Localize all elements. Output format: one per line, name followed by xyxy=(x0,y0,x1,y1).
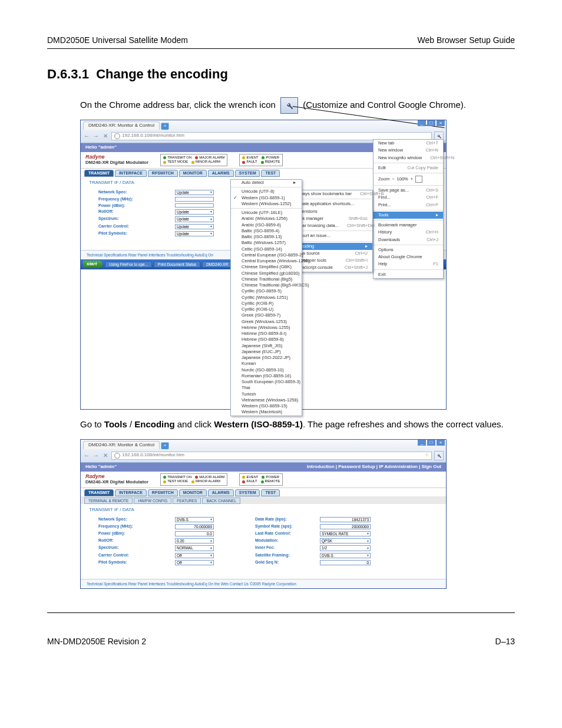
field-control[interactable]: 0.0 xyxy=(175,531,214,536)
app-tab[interactable]: TEST xyxy=(261,170,280,177)
menu-item[interactable]: South European (ISO-8859-3) xyxy=(231,379,302,385)
menu-item[interactable]: Central European (Windows-1250) xyxy=(231,258,302,264)
menu-item[interactable]: Baltic (Windows-1257) xyxy=(231,240,302,246)
field-control[interactable]: 1/2▾ xyxy=(320,545,371,551)
app-tab[interactable]: SYSTEM xyxy=(235,170,260,177)
menu-item[interactable]: JavaScript consoleCtrl+Shift+J xyxy=(291,264,372,271)
menu-item[interactable]: New windowCtrl+N xyxy=(373,147,443,154)
menu-item[interactable]: Chinese Simplified (gb18030) xyxy=(231,271,302,276)
menu-item[interactable]: Baltic (ISO-8859-13) xyxy=(231,234,302,240)
menu-item[interactable]: Thai xyxy=(231,385,302,391)
menu-item[interactable]: Japanese (ISO-2022-JP) xyxy=(231,355,302,361)
app-tab[interactable]: SYSTEM xyxy=(235,489,260,496)
field-control[interactable]: Update▾ xyxy=(175,209,214,215)
app-tab[interactable]: ALARMS xyxy=(208,170,234,177)
menu-item[interactable]: Tools▸ xyxy=(373,212,443,219)
menu-item[interactable]: Turkish xyxy=(231,391,302,397)
app-subtab[interactable]: BACK CHANNEL xyxy=(202,498,240,504)
app-subtab[interactable]: FEATURES xyxy=(173,498,201,504)
field-control[interactable]: Update▾ xyxy=(175,231,214,236)
app-tab[interactable]: TRANSMIT xyxy=(84,170,114,177)
app-tab[interactable]: RFSWITCH xyxy=(148,489,178,496)
menu-item[interactable]: HelpF1 xyxy=(373,261,443,268)
field-control[interactable]: DVB-S▾ xyxy=(320,553,371,558)
app-subtab[interactable]: TERMINAL & REMOTE xyxy=(84,498,133,504)
menu-item[interactable]: Cyrillic (KOI8-R) xyxy=(231,301,302,307)
menu-item[interactable]: Report an issue... xyxy=(291,232,372,239)
menu-item[interactable]: Chinese Simplified (GBK) xyxy=(231,264,302,270)
menu-item[interactable]: Auto detect▸ xyxy=(231,180,302,186)
menu-item[interactable]: Chinese Traditional (Big5) xyxy=(231,276,302,282)
field-control[interactable]: Update▾ xyxy=(175,190,214,195)
field-control[interactable] xyxy=(175,203,214,208)
minimize-button[interactable]: _ xyxy=(418,440,426,446)
menu-item[interactable]: Japanese (EUC-JP) xyxy=(231,349,302,355)
menu-item[interactable]: Cyrillic (ISO-8859-5) xyxy=(231,288,302,294)
stop-button[interactable]: ✕ xyxy=(102,452,109,459)
menu-item[interactable]: Chinese Traditional (Big5-HKSCS) xyxy=(231,282,302,288)
menu-item[interactable]: Always show bookmarks barCtrl+Shift+B xyxy=(291,190,372,197)
field-control[interactable]: 0 xyxy=(320,560,371,565)
field-control[interactable]: SYMBOL RATE▾ xyxy=(320,531,371,536)
menu-item[interactable]: EditCut Copy Paste xyxy=(373,164,443,172)
menu-item[interactable]: Western (Windows-1252) xyxy=(231,201,302,207)
menu-item[interactable]: Extensions xyxy=(291,208,372,215)
taskbar-item[interactable]: Print Document Status xyxy=(154,261,200,268)
menu-item[interactable]: New tabCtrl+T xyxy=(373,140,443,147)
menu-item[interactable]: Save page as...Ctrl+S xyxy=(373,187,443,194)
app-tab[interactable]: MONITOR xyxy=(179,489,207,496)
menu-item[interactable]: Unicode (UTF-16LE) xyxy=(231,210,302,216)
app-tab[interactable]: INTERFACE xyxy=(115,489,147,496)
app-tab[interactable]: TRANSMIT xyxy=(84,489,114,496)
menu-item[interactable]: Hebrew (ISO-8859-8) xyxy=(231,337,302,342)
menu-item[interactable]: Clear browsing data...Ctrl+Shift+Del xyxy=(291,222,372,229)
menu-item[interactable]: Celtic (ISO-8859-14) xyxy=(231,246,302,252)
menu-item[interactable]: HistoryCtrl+H xyxy=(373,229,443,236)
menu-item[interactable]: About Google Chrome xyxy=(373,253,443,261)
maximize-button[interactable]: □ xyxy=(427,440,435,446)
field-control[interactable]: 18421373 xyxy=(320,517,371,522)
menu-item[interactable]: Central European (ISO-8859-2) xyxy=(231,252,302,258)
menu-item[interactable]: Options xyxy=(373,246,443,253)
field-control[interactable] xyxy=(175,197,214,202)
menu-item[interactable]: Cyrillic (Windows-1251) xyxy=(231,295,302,301)
forward-button[interactable]: → xyxy=(92,133,100,140)
forward-button[interactable]: → xyxy=(92,452,100,459)
app-tab[interactable]: RFSWITCH xyxy=(148,170,178,177)
wrench-menu-button[interactable] xyxy=(434,451,444,460)
field-control[interactable]: Off▾ xyxy=(175,560,214,565)
app-tab[interactable]: INTERFACE xyxy=(115,170,147,177)
field-control[interactable]: 0.20▾ xyxy=(175,538,214,543)
menu-item[interactable]: Greek (ISO-8859-7) xyxy=(231,312,302,318)
field-control[interactable]: NORMAL▾ xyxy=(175,545,214,551)
app-subtab[interactable]: HW/FW CONFIG xyxy=(134,498,171,504)
browser-tab[interactable]: DMD240-XR: Monitor & Control xyxy=(83,121,160,130)
menu-item[interactable]: Unicode (UTF-8) xyxy=(231,189,302,195)
field-control[interactable]: DVB-S▾ xyxy=(175,517,214,522)
menu-item[interactable]: Print...Ctrl+P xyxy=(373,202,443,209)
bookmark-star-icon[interactable]: ☆ xyxy=(425,453,429,458)
app-tab[interactable]: TEST xyxy=(261,489,280,496)
menu-item[interactable]: DownloadsCtrl+J xyxy=(373,236,443,243)
field-control[interactable]: Off▾ xyxy=(175,553,214,558)
browser-tab[interactable]: DMD240-XR: Monitor & Control xyxy=(83,441,160,449)
new-tab-button[interactable]: + xyxy=(161,123,169,130)
taskbar-item[interactable]: Using FireFox to ope... xyxy=(105,261,152,268)
field-control[interactable]: Update▾ xyxy=(175,216,214,222)
field-control[interactable]: 20000000 xyxy=(320,524,371,529)
chrome-menu[interactable]: New tabCtrl+TNew windowCtrl+NNew incogni… xyxy=(373,139,444,279)
page-links[interactable]: Introduction | Password Setup | IP Admin… xyxy=(307,465,441,470)
menu-item[interactable]: New incognito windowCtrl+Shift+N xyxy=(373,154,443,162)
menu-item[interactable]: Greek (Windows-1253) xyxy=(231,319,302,325)
stop-button[interactable]: ✕ xyxy=(102,133,109,140)
menu-item[interactable]: Arabic (Windows-1256) xyxy=(231,216,302,222)
app-footer-links[interactable]: Technical Specifications Rear Panel Inte… xyxy=(81,579,446,588)
menu-item[interactable]: Arabic (ISO-8859-6) xyxy=(231,222,302,228)
back-button[interactable]: ← xyxy=(83,133,90,140)
menu-item[interactable]: Nordic (ISO-8859-10) xyxy=(231,367,302,373)
menu-item[interactable]: Create application shortcuts... xyxy=(291,200,372,207)
minimize-button[interactable]: _ xyxy=(418,120,426,126)
menu-item[interactable]: Vietnamese (Windows-1258) xyxy=(231,397,302,403)
menu-item[interactable]: Korean xyxy=(231,361,302,367)
menu-item[interactable]: Western (ISO-8859-15) xyxy=(231,403,302,409)
